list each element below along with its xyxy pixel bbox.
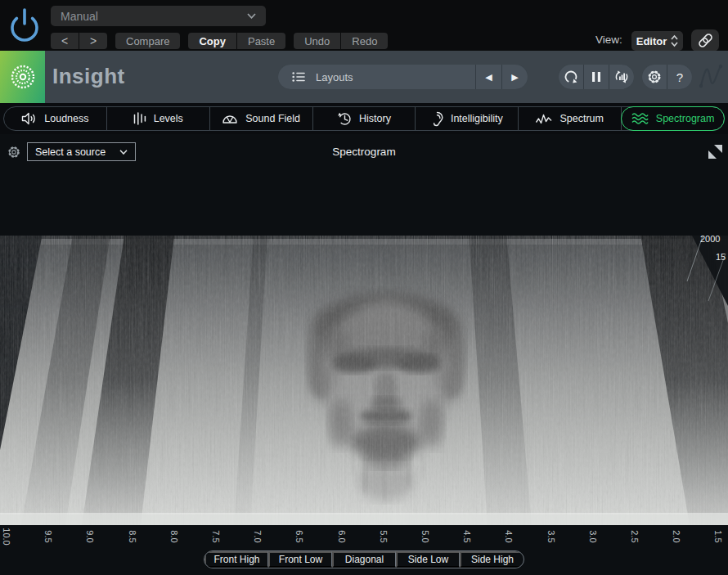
power-button-icon[interactable] xyxy=(8,7,41,44)
tab-label: Spectrum xyxy=(559,113,604,124)
tab-label: Spectrogram xyxy=(656,113,715,124)
tab-levels[interactable]: Levels xyxy=(107,107,210,130)
time-tick: 6.5 xyxy=(291,528,308,545)
loop-icon xyxy=(563,69,579,85)
loudness-icon xyxy=(21,112,37,125)
tab-label: Loudness xyxy=(44,113,88,124)
time-tick: 7.0 xyxy=(249,528,266,545)
time-tick: 6.0 xyxy=(334,528,350,545)
layouts-dropdown[interactable]: Layouts xyxy=(278,65,475,89)
time-tick: 8.0 xyxy=(166,528,182,545)
tab-label: Intelligibility xyxy=(451,113,503,124)
link-icon xyxy=(698,33,713,48)
tab-label: Sound Field xyxy=(245,113,300,124)
tab-history[interactable]: History xyxy=(313,107,416,130)
time-tick: 1.5 xyxy=(710,528,726,545)
time-tick: 9.5 xyxy=(40,528,56,545)
loop-playback-button[interactable] xyxy=(559,65,583,89)
freq-axis-label-2000: 2000 xyxy=(700,234,720,244)
stepper-chevrons-icon xyxy=(671,34,678,47)
expand-icon[interactable] xyxy=(708,145,722,159)
time-tick: 4.0 xyxy=(501,528,517,545)
gear-icon xyxy=(646,69,663,85)
view-front-low-button[interactable]: Front Low xyxy=(268,551,332,568)
app-title: Insight xyxy=(52,64,125,89)
spectrogram-icon xyxy=(631,112,649,125)
layout-next-button[interactable]: ▶ xyxy=(502,65,528,89)
view-front-high-button[interactable]: Front High xyxy=(204,551,268,568)
transport-control-group xyxy=(559,65,634,89)
panel-title: Spectrogram xyxy=(0,146,728,158)
question-mark-icon: ? xyxy=(676,70,683,84)
reset-meters-button[interactable] xyxy=(609,65,634,89)
pause-button[interactable] xyxy=(584,65,609,89)
audiolens-sync-icon xyxy=(696,62,727,92)
chevron-down-icon xyxy=(247,13,256,19)
time-tick: 2.5 xyxy=(627,528,643,545)
preset-value: Manual xyxy=(61,10,98,23)
levels-icon xyxy=(133,112,146,125)
prev-preset-button[interactable]: < xyxy=(51,33,79,49)
edit-controls-row: < > Compare Copy Paste Undo Redo xyxy=(51,33,396,49)
view-angle-bar: Front High Front Low Diagonal Side Low S… xyxy=(0,550,728,568)
preset-dropdown[interactable]: Manual xyxy=(51,6,266,26)
tab-label: History xyxy=(359,113,391,124)
view-side-high-button[interactable]: Side High xyxy=(460,551,524,568)
view-diagonal-button[interactable]: Diagonal xyxy=(332,551,396,568)
time-tick: 9.0 xyxy=(82,528,98,545)
tab-spectrum[interactable]: Spectrum xyxy=(519,107,622,130)
time-tick: 7.5 xyxy=(208,528,224,545)
compare-button[interactable]: Compare xyxy=(115,33,180,49)
tab-sound-field[interactable]: Sound Field xyxy=(210,107,313,130)
paste-button[interactable]: Paste xyxy=(237,33,285,49)
pause-icon xyxy=(591,71,601,83)
settings-help-group: ? xyxy=(642,65,692,89)
ear-icon xyxy=(431,111,443,127)
tab-spectrogram[interactable]: Spectrogram xyxy=(621,106,725,131)
top-chrome-bar: Manual < > Compare Copy Paste Undo Redo … xyxy=(0,0,728,51)
view-mode-select[interactable]: Editor xyxy=(631,31,683,51)
link-button[interactable] xyxy=(691,29,719,52)
layouts-label: Layouts xyxy=(316,71,353,83)
help-button[interactable]: ? xyxy=(667,65,692,89)
time-tick: 5.0 xyxy=(417,528,434,545)
product-header: Insight Layouts ◀ ▶ xyxy=(0,51,728,103)
copy-button[interactable]: Copy xyxy=(188,33,236,49)
settings-button[interactable] xyxy=(642,65,667,89)
insight-plugin-window: Manual < > Compare Copy Paste Undo Redo … xyxy=(0,0,728,575)
view-angle-segmented-control: Front High Front Low Diagonal Side Low S… xyxy=(204,550,524,568)
time-axis: 10.0 9.5 9.0 8.5 8.0 7.5 7.0 6.5 6.0 5.5… xyxy=(0,525,728,551)
layout-prev-button[interactable]: ◀ xyxy=(476,65,501,89)
view-mode-value: Editor xyxy=(636,35,667,47)
module-tab-bar: Loudness Levels Sound Field xyxy=(0,103,728,134)
time-tick: 3.5 xyxy=(543,528,559,545)
time-tick: 4.5 xyxy=(459,528,475,545)
sound-field-icon xyxy=(222,113,238,124)
time-tick: 10.0 xyxy=(0,528,15,545)
pinwheel-icon xyxy=(8,62,38,92)
time-tick: 8.5 xyxy=(124,528,141,545)
tab-intelligibility[interactable]: Intelligibility xyxy=(416,107,519,130)
meter-reset-icon xyxy=(613,69,630,85)
redo-button[interactable]: Redo xyxy=(341,33,388,49)
time-tick: 5.5 xyxy=(375,528,392,545)
time-tick: 3.0 xyxy=(585,528,601,545)
time-tick: 2.0 xyxy=(668,528,685,545)
view-label: View: xyxy=(595,34,622,46)
spectrogram-waterfall xyxy=(0,236,728,525)
undo-button[interactable]: Undo xyxy=(294,33,340,49)
layouts-control-group: Layouts ◀ ▶ xyxy=(278,65,528,89)
tab-label: Levels xyxy=(154,113,183,124)
izotope-logo xyxy=(0,51,45,103)
list-icon xyxy=(292,72,305,82)
view-side-low-button[interactable]: Side Low xyxy=(396,551,460,568)
history-icon xyxy=(337,111,352,126)
next-preset-button[interactable]: > xyxy=(79,33,107,49)
spectrum-icon xyxy=(536,114,552,124)
freq-axis-label-1500: 15 xyxy=(716,252,726,262)
tab-loudness[interactable]: Loudness xyxy=(4,107,107,130)
